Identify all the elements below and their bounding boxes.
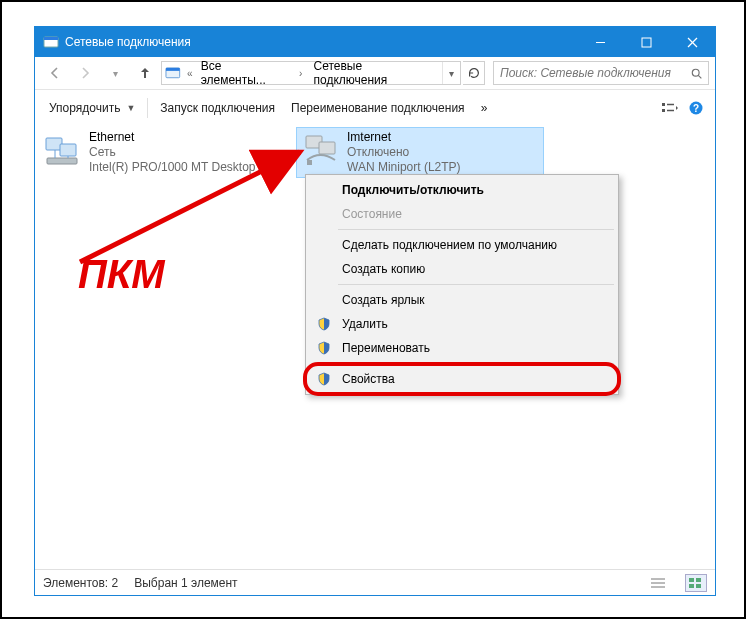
svg-rect-11 [662, 109, 665, 112]
nav-up-button[interactable] [131, 60, 159, 86]
shield-icon [316, 316, 332, 332]
svg-rect-18 [47, 158, 77, 164]
tiles-view-button[interactable] [685, 574, 707, 592]
svg-rect-22 [319, 142, 335, 154]
help-button[interactable]: ? [683, 95, 709, 121]
menu-separator [338, 284, 614, 285]
connection-name: Ethernet [89, 130, 279, 145]
svg-rect-17 [60, 144, 76, 156]
svg-rect-28 [696, 578, 701, 582]
screenshot-frame: Сетевые подключения ▾ « [0, 0, 746, 619]
address-bar-row: ▾ « Все элементы...› Сетевые подключения… [35, 57, 715, 90]
minimize-button[interactable] [577, 27, 623, 57]
svg-text:?: ? [693, 103, 699, 114]
menu-item-status: Состояние [308, 202, 616, 226]
nav-recent-dropdown[interactable]: ▾ [101, 60, 129, 86]
svg-rect-3 [642, 38, 651, 47]
view-options-button[interactable] [657, 95, 683, 121]
control-panel-icon [165, 65, 181, 81]
organize-menu-button[interactable]: Упорядочить▼ [41, 94, 143, 122]
svg-rect-1 [44, 37, 58, 40]
svg-rect-27 [689, 578, 694, 582]
rename-connection-button[interactable]: Переименование подключения [283, 94, 473, 122]
connection-name: Imternet [347, 130, 537, 145]
connection-status: Сеть [89, 145, 279, 160]
nav-forward-button[interactable] [71, 60, 99, 86]
close-button[interactable] [669, 27, 715, 57]
connections-view[interactable]: Ethernet Сеть Intel(R) PRO/1000 MT Deskt… [35, 126, 715, 569]
details-view-button[interactable] [647, 574, 669, 592]
status-item-count: Элементов: 2 [43, 576, 118, 590]
command-bar: Упорядочить▼ Запуск подключения Переимен… [35, 90, 715, 126]
connection-status: Отключено [347, 145, 537, 160]
svg-rect-10 [662, 103, 665, 106]
search-box[interactable] [493, 61, 709, 85]
breadcrumb-seg-2[interactable]: Сетевые подключения [307, 62, 442, 84]
menu-item-rename[interactable]: Переименовать [308, 336, 616, 360]
window-caption-buttons [577, 27, 715, 57]
svg-rect-29 [689, 584, 694, 588]
context-menu: Подключить/отключить Состояние Сделать п… [305, 174, 619, 395]
shield-icon [316, 340, 332, 356]
breadcrumb-overflow[interactable]: « [181, 68, 195, 79]
menu-item-create-copy[interactable]: Создать копию [308, 257, 616, 281]
connection-item-ethernet[interactable]: Ethernet Сеть Intel(R) PRO/1000 MT Deskt… [39, 128, 283, 177]
search-input[interactable] [494, 66, 684, 80]
svg-line-9 [698, 75, 701, 78]
connection-item-imternet[interactable]: Imternet Отключено WAN Miniport (L2TP) [297, 128, 543, 177]
menu-separator [338, 229, 614, 230]
status-bar: Элементов: 2 Выбран 1 элемент [35, 569, 715, 595]
maximize-button[interactable] [623, 27, 669, 57]
window: Сетевые подключения ▾ « [34, 26, 716, 596]
refresh-button[interactable] [463, 61, 485, 85]
connection-device: WAN Miniport (L2TP) [347, 160, 537, 175]
shield-icon [316, 371, 332, 387]
address-bar-dropdown[interactable]: ▾ [442, 62, 460, 84]
menu-separator [338, 363, 614, 364]
search-icon[interactable] [684, 67, 708, 80]
titlebar-icon [43, 34, 59, 50]
svg-rect-23 [307, 160, 312, 165]
status-selection: Выбран 1 элемент [134, 576, 237, 590]
breadcrumb-seg-1[interactable]: Все элементы... [195, 62, 294, 84]
svg-rect-30 [696, 584, 701, 588]
start-connection-button[interactable]: Запуск подключения [152, 94, 283, 122]
menu-item-create-shortcut[interactable]: Создать ярлык [308, 288, 616, 312]
annotation-label: ПКМ [78, 252, 165, 297]
svg-point-8 [692, 69, 699, 76]
lan-adapter-icon [43, 130, 83, 170]
menu-item-set-default[interactable]: Сделать подключением по умолчанию [308, 233, 616, 257]
titlebar[interactable]: Сетевые подключения [35, 27, 715, 57]
wan-adapter-icon [301, 130, 341, 170]
menu-item-delete[interactable]: Удалить [308, 312, 616, 336]
address-bar[interactable]: « Все элементы...› Сетевые подключения ▾ [161, 61, 461, 85]
menu-item-properties[interactable]: Свойства [308, 367, 616, 391]
nav-back-button[interactable] [41, 60, 69, 86]
svg-rect-7 [166, 68, 180, 71]
window-title: Сетевые подключения [65, 35, 577, 49]
chevron-right-icon[interactable]: › [294, 68, 308, 79]
menu-item-connect-disconnect[interactable]: Подключить/отключить [308, 178, 616, 202]
connection-device: Intel(R) PRO/1000 MT Desktop Ad... [89, 160, 279, 175]
toolbar-overflow-button[interactable]: » [473, 94, 496, 122]
